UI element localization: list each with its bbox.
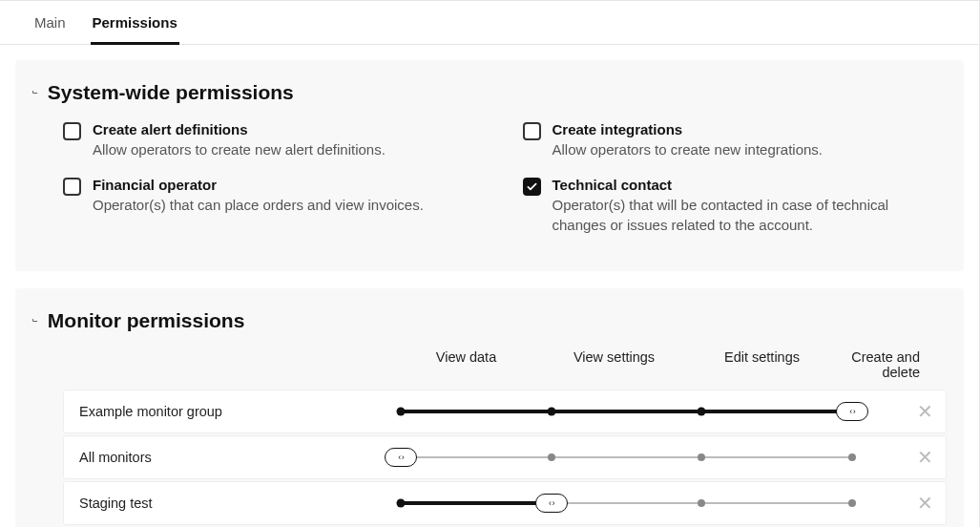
checkbox-financial-operator[interactable] <box>63 178 81 196</box>
col-view-settings: View settings <box>540 349 688 380</box>
col-view-data: View data <box>392 349 540 380</box>
tabs: Main Permissions <box>0 1 979 45</box>
perm-label: Create alert definitions <box>93 121 386 137</box>
perm-desc: Operator(s) that can place orders and vi… <box>93 195 424 215</box>
permission-slider[interactable]: ‹ › <box>393 402 900 421</box>
monitor-row: Example monitor group ‹ › ✕ <box>63 390 947 433</box>
tab-permissions[interactable]: Permissions <box>91 1 179 45</box>
system-permissions-grid: Create alert definitions Allow operators… <box>32 121 947 252</box>
content-area: ⌐ System-wide permissions Create alert d… <box>0 45 979 527</box>
remove-row-button[interactable]: ✕ <box>913 492 936 515</box>
monitor-name: Staging test <box>79 495 393 511</box>
monitor-row: Staging test ‹ › ✕ <box>63 481 947 525</box>
perm-desc: Allow operators to create new integratio… <box>553 139 823 159</box>
remove-row-button[interactable]: ✕ <box>913 446 936 469</box>
perm-desc: Operator(s) that will be contacted in ca… <box>553 195 924 235</box>
monitor-permissions-header[interactable]: ⌐ Monitor permissions <box>32 309 947 332</box>
check-icon <box>526 180 538 193</box>
perm-label: Create integrations <box>553 121 823 137</box>
monitor-row: All monitors ‹ › ✕ <box>63 435 947 479</box>
slider-handle[interactable]: ‹ › <box>385 448 417 467</box>
system-permissions-header[interactable]: ⌐ System-wide permissions <box>32 81 947 104</box>
remove-row-button[interactable]: ✕ <box>913 400 936 423</box>
perm-financial-operator: Financial operator Operator(s) that can … <box>63 177 487 235</box>
checkbox-technical-contact[interactable] <box>523 178 541 196</box>
system-permissions-title: System-wide permissions <box>48 81 294 104</box>
collapse-icon: ⌐ <box>32 88 38 98</box>
collapse-icon: ⌐ <box>32 316 38 327</box>
monitor-permissions-panel: ⌐ Monitor permissions View data View set… <box>15 288 964 527</box>
perm-create-alert-definitions: Create alert definitions Allow operators… <box>63 121 487 159</box>
permission-slider[interactable]: ‹ › <box>393 448 900 467</box>
monitor-name: Example monitor group <box>79 404 393 419</box>
slider-handle[interactable]: ‹ › <box>535 494 568 513</box>
perm-technical-contact: Technical contact Operator(s) that will … <box>523 177 947 235</box>
checkbox-create-alert-definitions[interactable] <box>63 122 81 140</box>
perm-label: Technical contact <box>553 177 924 193</box>
col-create-delete: Create and delete <box>836 349 947 380</box>
tab-main[interactable]: Main <box>32 1 68 44</box>
perm-desc: Allow operators to create new alert defi… <box>93 139 386 159</box>
system-permissions-panel: ⌐ System-wide permissions Create alert d… <box>15 60 964 271</box>
perm-label: Financial operator <box>93 177 424 193</box>
checkbox-create-integrations[interactable] <box>523 122 541 140</box>
perm-create-integrations: Create integrations Allow operators to c… <box>523 121 947 159</box>
monitor-name: All monitors <box>79 450 393 465</box>
monitor-permissions-title: Monitor permissions <box>48 309 245 332</box>
col-edit-settings: Edit settings <box>688 349 836 380</box>
permission-slider[interactable]: ‹ › <box>393 494 900 513</box>
slider-handle[interactable]: ‹ › <box>836 402 868 421</box>
monitor-permissions-columns: View data View settings Edit settings Cr… <box>32 349 947 380</box>
